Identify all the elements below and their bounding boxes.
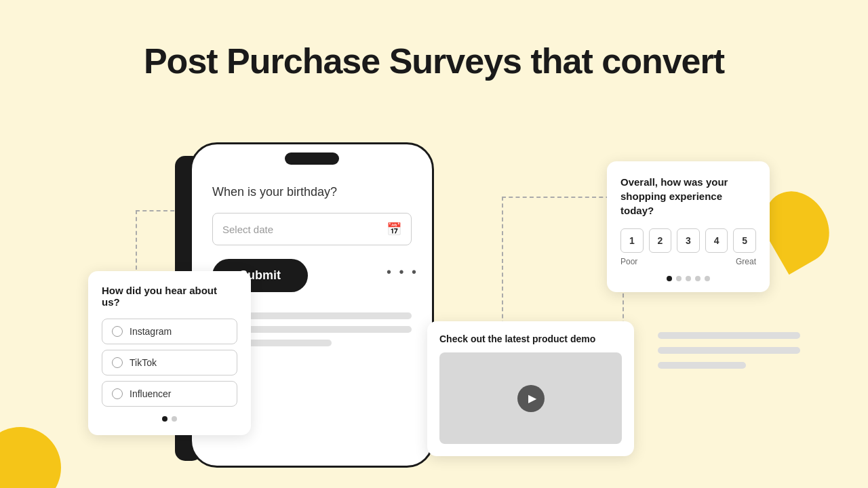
play-button[interactable]: ▶ xyxy=(517,385,545,412)
play-icon: ▶ xyxy=(528,392,536,405)
calendar-icon: 📅 xyxy=(387,222,401,237)
rating-row: 1 2 3 4 5 xyxy=(620,228,756,253)
radio-influencer[interactable] xyxy=(112,388,123,399)
right-lines xyxy=(658,332,800,377)
video-card-title: Check out the latest product demo xyxy=(439,333,622,344)
option-tiktok-label: TikTok xyxy=(130,357,157,368)
dot-2 xyxy=(172,416,177,422)
sr-dot-5 xyxy=(705,276,710,281)
option-instagram-label: Instagram xyxy=(130,326,172,337)
right-line-2 xyxy=(658,347,800,354)
deco-circle-bottom-left xyxy=(0,427,61,488)
radio-tiktok[interactable] xyxy=(112,357,123,368)
survey-card-right: Overall, how was your shopping experienc… xyxy=(607,161,770,292)
date-placeholder: Select date xyxy=(222,224,273,235)
rating-1[interactable]: 1 xyxy=(620,228,644,253)
three-dots-menu[interactable]: • • • xyxy=(387,264,418,280)
phone-notch xyxy=(285,152,339,165)
right-line-1 xyxy=(658,332,800,339)
date-input[interactable]: Select date 📅 xyxy=(212,213,412,245)
survey-right-question: Overall, how was your shopping experienc… xyxy=(620,175,756,218)
hero-title: Post Purchase Surveys that convert xyxy=(0,0,868,81)
option-influencer-label: Influencer xyxy=(130,388,171,399)
sr-dot-1 xyxy=(667,276,672,281)
option-instagram[interactable]: Instagram xyxy=(102,319,237,344)
dot-1 xyxy=(162,416,167,422)
label-great: Great xyxy=(736,257,756,266)
sr-dot-4 xyxy=(695,276,701,281)
dashed-box-right xyxy=(502,197,624,332)
video-thumbnail[interactable]: ▶ xyxy=(439,352,622,444)
sr-dot-2 xyxy=(676,276,682,281)
video-card: Check out the latest product demo ▶ xyxy=(427,321,634,456)
radio-instagram[interactable] xyxy=(112,326,123,337)
rating-labels: Poor Great xyxy=(620,257,756,266)
survey-card-left: How did you hear about us? Instagram Tik… xyxy=(88,271,251,435)
survey-right-dots xyxy=(620,276,756,281)
right-line-3 xyxy=(658,362,746,369)
option-influencer[interactable]: Influencer xyxy=(102,381,237,407)
sr-dot-3 xyxy=(686,276,691,281)
survey-left-question: How did you hear about us? xyxy=(102,285,237,308)
rating-5[interactable]: 5 xyxy=(733,228,756,253)
label-poor: Poor xyxy=(620,257,637,266)
rating-4[interactable]: 4 xyxy=(705,228,728,253)
option-tiktok[interactable]: TikTok xyxy=(102,350,237,375)
survey-left-dots xyxy=(102,416,237,422)
rating-2[interactable]: 2 xyxy=(649,228,672,253)
rating-3[interactable]: 3 xyxy=(677,228,700,253)
phone-question: When is your birthday? xyxy=(212,185,412,199)
